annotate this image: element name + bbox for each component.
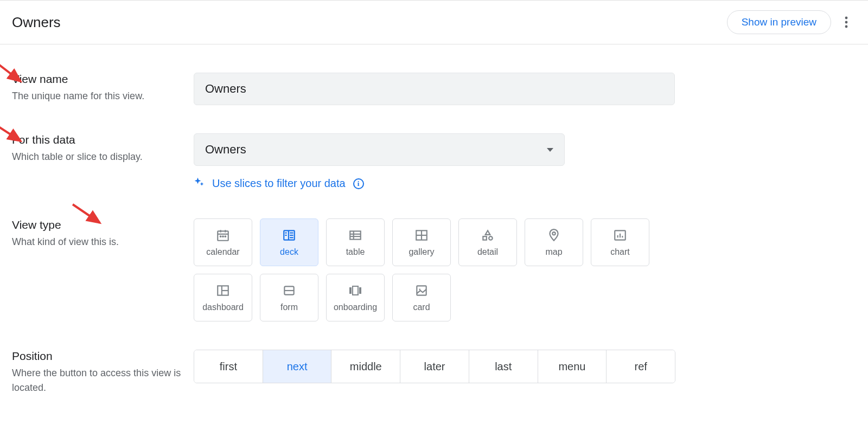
overflow-menu-button[interactable] bbox=[837, 12, 856, 32]
gallery-icon bbox=[414, 228, 429, 243]
position-option-ref[interactable]: ref bbox=[607, 350, 675, 383]
slices-hint-row: Use slices to filter your data i bbox=[194, 177, 856, 190]
label-column: Position Where the button to access this… bbox=[12, 350, 194, 395]
chevron-down-icon bbox=[547, 148, 553, 152]
view-type-option-table[interactable]: table bbox=[326, 218, 385, 266]
view-type-label: calendar bbox=[206, 247, 239, 257]
for-this-data-value: Owners bbox=[205, 143, 246, 157]
svg-rect-41 bbox=[359, 287, 361, 294]
position-option-next[interactable]: next bbox=[263, 350, 332, 383]
sparkle-icon bbox=[194, 177, 205, 190]
form-icon bbox=[282, 283, 296, 298]
view-name-value: Owners bbox=[205, 82, 246, 96]
position-segmented-control: firstnextmiddlelaterlastmenuref bbox=[194, 350, 675, 383]
view-type-option-map[interactable]: map bbox=[525, 218, 583, 266]
for-this-data-select[interactable]: Owners bbox=[194, 133, 565, 166]
svg-point-2 bbox=[845, 25, 848, 28]
svg-point-10 bbox=[220, 236, 221, 237]
view-type-option-deck[interactable]: deck bbox=[260, 218, 318, 266]
view-type-label: deck bbox=[280, 247, 298, 257]
view-type-label: table bbox=[346, 247, 365, 257]
control-column: Owners bbox=[194, 73, 856, 105]
label-column: View type What kind of view this is. bbox=[12, 218, 194, 249]
view-type-option-dashboard[interactable]: dashboard bbox=[194, 274, 252, 321]
card-icon bbox=[414, 283, 429, 298]
map-icon bbox=[547, 228, 561, 243]
show-in-preview-button[interactable]: Show in preview bbox=[727, 10, 831, 34]
view-type-option-calendar[interactable]: calendar bbox=[194, 218, 252, 266]
field-description: What kind of view this is. bbox=[12, 235, 183, 249]
view-type-option-card[interactable]: card bbox=[392, 274, 451, 321]
field-label: For this data bbox=[12, 133, 183, 146]
view-type-grid: calendardecktablegallerydetailmapchartda… bbox=[194, 218, 682, 321]
view-type-option-detail[interactable]: detail bbox=[458, 218, 517, 266]
label-column: View name The unique name for this view. bbox=[12, 73, 194, 104]
svg-rect-39 bbox=[349, 287, 352, 294]
view-type-label: chart bbox=[610, 247, 630, 257]
view-type-label: map bbox=[545, 247, 562, 257]
content-area: View name The unique name for this view.… bbox=[0, 73, 868, 395]
page-title: Owners bbox=[12, 14, 61, 31]
use-slices-link[interactable]: Use slices to filter your data bbox=[212, 177, 346, 190]
field-label: Position bbox=[12, 350, 183, 363]
label-column: For this data Which table or slice to di… bbox=[12, 133, 194, 164]
position-option-first[interactable]: first bbox=[194, 350, 263, 383]
view-type-option-gallery[interactable]: gallery bbox=[392, 218, 451, 266]
view-type-option-form[interactable]: form bbox=[260, 274, 318, 321]
section-for-this-data: For this data Which table or slice to di… bbox=[12, 133, 856, 190]
calendar-icon bbox=[216, 228, 230, 243]
view-type-label: dashboard bbox=[202, 302, 244, 312]
section-view-type: View type What kind of view this is. cal… bbox=[12, 218, 856, 321]
position-option-later[interactable]: later bbox=[400, 350, 469, 383]
section-view-name: View name The unique name for this view.… bbox=[12, 73, 856, 105]
section-position: Position Where the button to access this… bbox=[12, 350, 856, 395]
header-actions: Show in preview bbox=[727, 10, 856, 34]
deck-icon bbox=[282, 228, 296, 243]
svg-point-0 bbox=[845, 17, 848, 20]
control-column: calendardecktablegallerydetailmapchartda… bbox=[194, 218, 856, 321]
svg-rect-40 bbox=[353, 286, 358, 295]
svg-point-12 bbox=[225, 236, 226, 237]
dashboard-icon bbox=[216, 283, 230, 298]
view-type-option-onboarding[interactable]: onboarding bbox=[326, 274, 385, 321]
svg-rect-15 bbox=[285, 233, 286, 234]
info-icon[interactable]: i bbox=[353, 178, 364, 189]
view-type-label: gallery bbox=[409, 247, 434, 257]
svg-rect-27 bbox=[483, 236, 487, 240]
view-type-label: onboarding bbox=[334, 302, 377, 312]
view-type-label: detail bbox=[477, 247, 498, 257]
svg-rect-20 bbox=[350, 231, 361, 239]
view-type-label: form bbox=[280, 302, 298, 312]
chart-icon bbox=[613, 228, 627, 243]
svg-rect-16 bbox=[285, 235, 286, 236]
control-column: firstnextmiddlelaterlastmenuref bbox=[194, 350, 856, 383]
view-type-option-chart[interactable]: chart bbox=[591, 218, 649, 266]
detail-icon bbox=[481, 228, 495, 243]
svg-point-1 bbox=[845, 21, 848, 24]
table-icon bbox=[348, 228, 362, 243]
field-description: Where the button to access this view is … bbox=[12, 366, 183, 395]
field-description: The unique name for this view. bbox=[12, 89, 183, 104]
view-name-input[interactable]: Owners bbox=[194, 73, 675, 105]
position-option-last[interactable]: last bbox=[469, 350, 538, 383]
onboarding-icon bbox=[348, 283, 363, 298]
svg-point-11 bbox=[222, 236, 224, 237]
field-description: Which table or slice to display. bbox=[12, 150, 183, 164]
kebab-icon bbox=[845, 16, 848, 29]
field-label: View name bbox=[12, 73, 183, 86]
position-option-menu[interactable]: menu bbox=[538, 350, 607, 383]
view-header: Owners Show in preview bbox=[0, 0, 868, 44]
position-option-middle[interactable]: middle bbox=[331, 350, 400, 383]
control-column: Owners Use slices to filter your data i bbox=[194, 133, 856, 190]
svg-point-29 bbox=[552, 232, 555, 235]
field-label: View type bbox=[12, 218, 183, 231]
view-type-label: card bbox=[413, 302, 430, 312]
svg-point-28 bbox=[489, 236, 493, 240]
